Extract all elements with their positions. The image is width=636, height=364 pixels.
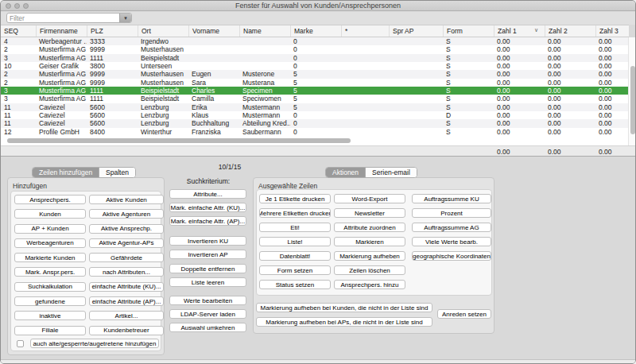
table-cell (341, 111, 389, 119)
table-row[interactable]: 11Caviezel5600LenzburgErikaMustermann5S0… (1, 103, 629, 111)
unmark-customers-not-in-list-button[interactable]: Markierung aufheben bei Kunden, die nich… (256, 303, 432, 312)
geographische-koordinaten-button[interactable]: geographische Koordinaten (412, 251, 491, 261)
table-row[interactable]: 3Musterfirma AG1111Beispielstadt0S0.000.… (1, 54, 629, 62)
filter-combobox[interactable]: ▾ (6, 13, 132, 23)
ldap-server-laden-button[interactable]: LDAP-Server laden (169, 309, 246, 319)
gef-hrdete-button[interactable]: Gefährdete (89, 253, 164, 262)
liste-button[interactable]: Liste! (259, 237, 331, 246)
werbeagenturen-button[interactable]: Werbeagenturen (14, 238, 86, 248)
table-row[interactable]: 2Musterfirma AG9999MusterhausenSaraMuste… (1, 79, 629, 87)
ap-kunden-button[interactable]: AP + Kunden (14, 224, 86, 234)
markierung-aufheben-button[interactable]: Markierung aufheben (334, 251, 405, 261)
aktive-ansprechp-button[interactable]: Aktive Ansprechp. (89, 224, 164, 234)
doppelte-entfernen-button[interactable]: Doppelte entfernen (169, 264, 246, 273)
include-old-checkbox[interactable] (17, 340, 24, 347)
suchkalkulation-button[interactable]: Suchkalkulation (14, 282, 86, 292)
filiale-button[interactable]: Filiale (14, 326, 86, 335)
table-row[interactable]: 11Caviezel5600LenzburgKlausMustermann0D0… (1, 111, 629, 119)
kundenbetreuer-button[interactable]: Kundenbetreuer (89, 326, 164, 335)
column-header-form[interactable]: Form (443, 25, 494, 37)
column-header-spr-ap[interactable]: Spr AP (389, 25, 443, 37)
auftragssumme-ag-button[interactable]: Auftragssumme AG (412, 223, 491, 232)
table-row[interactable]: 3Musterfirma AG1111BeispielstadtCamillaS… (1, 95, 629, 103)
inaktive-button[interactable]: inaktive (14, 311, 86, 320)
table-row[interactable]: 4Werbeagentur …3333Irgendwo0S0.000.000.0… (1, 37, 629, 45)
table-row[interactable]: 11Caviezel5600LenzburgBuchhaltungAbteilu… (1, 119, 629, 127)
column-header-ort[interactable]: Ort (138, 25, 188, 37)
liste-leeren-button[interactable]: Liste leeren (169, 277, 246, 287)
viele-werte-bearb-button[interactable]: Viele Werte bearb. (412, 237, 491, 246)
table-cell: 0.00 (545, 62, 595, 70)
column-header-star[interactable]: * (341, 25, 389, 37)
newsletter-button[interactable]: Newsletter (334, 208, 405, 218)
column-header-firmenname[interactable]: Firmenname (36, 25, 87, 37)
mark-einfache-attr-ku-button[interactable]: Mark. einfache Attr. (KU)... (169, 203, 246, 212)
column-header-zahl-3[interactable]: Zahl 3 (595, 25, 629, 37)
markieren-button[interactable]: Markieren (334, 237, 405, 246)
unmark-aps-not-in-list-button[interactable]: Markierung aufheben bei APs, die nicht i… (256, 317, 432, 327)
tab-spalten[interactable]: Spalten (99, 168, 135, 177)
table-cell: 0.00 (545, 70, 595, 78)
window-title: Fenster für Auswahl von Kunden/Ansprechp… (1, 2, 635, 10)
einfache-attribute-ku-button[interactable]: einfache Attribute (KU)... (89, 282, 164, 292)
column-header-zahl-2[interactable]: Zahl 2 (545, 25, 595, 37)
einfache-attribute-ap-button[interactable]: einfache Attribute (AP)... (89, 296, 164, 306)
nach-attributen-button[interactable]: nach Attributen... (89, 267, 164, 277)
table-cell: Erika (188, 103, 239, 111)
column-header-vorname[interactable]: Vorname (188, 25, 239, 37)
horizontal-scrollbar-thumb[interactable] (7, 138, 351, 143)
invertieren-ap-button[interactable]: Invertieren AP (169, 250, 246, 259)
gefundene-button[interactable]: gefundene (14, 296, 86, 306)
vertical-scrollbar-thumb[interactable] (630, 66, 635, 134)
filter-dropdown-button[interactable]: ▾ (119, 14, 131, 22)
table-row[interactable]: 3Musterfirma AG1111BeispielstadtCharlesS… (1, 87, 629, 95)
table-row[interactable]: 10Geiser Grafik3800Unterseen0S0.000.000.… (1, 62, 629, 70)
auswahl-umkehren-button[interactable]: Auswahl umkehren (169, 323, 246, 332)
actions-tabpanel: Ausgewählte Zeilen Je 1 Etikette drucken… (253, 177, 494, 334)
auftragssumme-ku-button[interactable]: Auftragssumme KU (412, 194, 491, 203)
word-export-button[interactable]: Word-Export (334, 194, 405, 203)
mark-einfache-attr-ap-button[interactable]: Mark. einfache Attr. (AP)... (169, 216, 246, 226)
aktive-agenturen-button[interactable]: Aktive Agenturen (89, 209, 164, 219)
kunden-button[interactable]: Kunden (14, 209, 86, 219)
prozent-button[interactable]: Prozent (412, 208, 491, 218)
attribute-zuordnen-button[interactable]: Attribute zuordnen (334, 223, 405, 232)
tab-zeilen-hinzufuegen[interactable]: Zeilen hinzufügen (33, 168, 99, 177)
horizontal-scrollbar[interactable] (1, 136, 629, 145)
tab-aktionen[interactable]: Aktionen (326, 168, 365, 177)
anreden-setzen-button[interactable]: Anreden setzen (437, 309, 491, 319)
table-row[interactable]: 12Profile GmbH8400WinterthurFranziskaSau… (1, 128, 629, 136)
markierte-kunden-button[interactable]: Markierte Kunden (14, 253, 86, 262)
filter-input[interactable] (7, 14, 119, 22)
column-header-name[interactable]: Name (239, 25, 290, 37)
je-1-etikette-drucken-button[interactable]: Je 1 Etikette drucken (259, 194, 331, 203)
mehrere-etiketten-drucken-button[interactable]: Mehrere Etiketten drucken (259, 208, 331, 218)
table-row[interactable]: 2Musterfirma AG9999Musterhausen0S0.000.0… (1, 45, 629, 53)
invertieren-ku-button[interactable]: Invertieren KU (169, 236, 246, 246)
form-setzen-button[interactable]: Form setzen (259, 265, 331, 275)
table-cell: S (443, 95, 494, 103)
column-header-seq[interactable]: SEQ (1, 25, 36, 37)
datenblatt-button[interactable]: Datenblatt! (259, 251, 331, 261)
werte-bearbeiten-button[interactable]: Werte bearbeiten (169, 296, 246, 305)
eti-button[interactable]: Eti! (259, 223, 331, 232)
status-setzen-button[interactable]: Status setzen (259, 280, 331, 289)
include-old-button[interactable]: auch alte/gesperrte/augetretene hinzufüg… (30, 339, 159, 348)
ansprechpers-button[interactable]: Ansprechpers. (14, 195, 86, 204)
ansprechpers-hinzu-button[interactable]: Ansprechpers. hinzu (334, 280, 405, 289)
aktive-kunden-button[interactable]: Aktive Kunden (89, 195, 164, 204)
table-cell: 9999 (87, 70, 138, 78)
zeilen-l-schen-button[interactable]: Zeilen löschen (334, 265, 405, 275)
table-row[interactable]: 2Musterfirma AG9999MusterhausenEugenMust… (1, 70, 629, 78)
attribute-button[interactable]: Attribute... (169, 189, 246, 199)
add-buttons-row: Markierte KundenGefährdete (14, 253, 164, 262)
tab-serien-email[interactable]: Serien-email (365, 168, 417, 177)
artikel-button[interactable]: Artikel... (89, 311, 164, 320)
mark-anspr-pers-button[interactable]: Mark. Anspr.pers. (14, 267, 86, 277)
table-cell: 0.00 (494, 111, 545, 119)
column-header-plz[interactable]: PLZ (87, 25, 138, 37)
vertical-scrollbar[interactable] (628, 37, 636, 145)
column-header-zahl-1[interactable]: Zahl 1∨ (494, 25, 545, 37)
aktive-agentur-aps-button[interactable]: Aktive Agentur-APs (89, 238, 164, 248)
column-header-marke[interactable]: Marke (290, 25, 341, 37)
